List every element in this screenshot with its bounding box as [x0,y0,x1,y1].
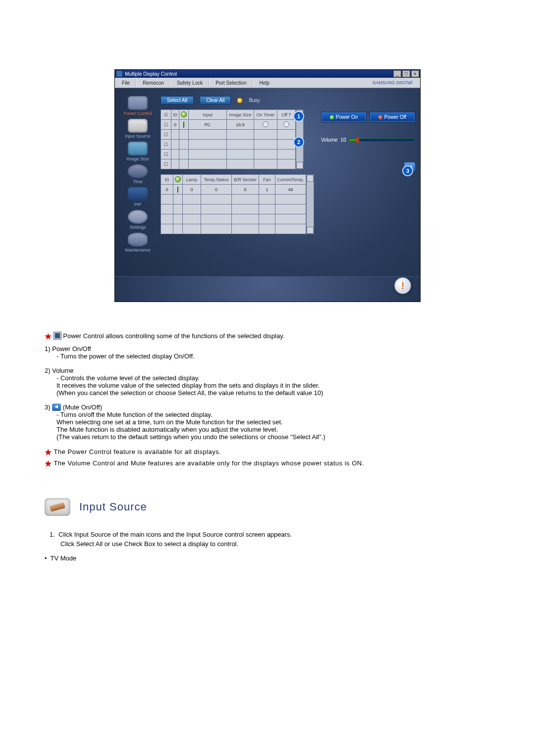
volume-handle[interactable] [356,138,359,143]
item2-c: (When you cancel the selection or choose… [56,389,490,397]
window-title: Multiple Display Control [125,71,392,77]
sidebar-label: Time [121,179,155,184]
document-body: ★ Power Control allows controlling some … [45,332,490,562]
item1-a: Turns the power of the selected display … [56,353,490,360]
menu-remocon[interactable]: Remocon [138,79,169,87]
star-icon: ★ [45,448,52,456]
volume-slider[interactable] [349,139,415,142]
note-2: ★ The Volume Control and Mute features a… [45,459,490,468]
star-icon: ★ [45,459,52,468]
s2-bullet: • TV Mode [45,554,490,562]
item3-b: When selecting one set at a time, turn o… [56,418,490,426]
s2-line: 1. Click Input Source of the main icons … [50,531,490,538]
callout-3: 3 [402,165,413,176]
busy-indicator-icon [237,98,243,103]
col-id: ID [161,175,173,185]
item2-a: Controls the volume level of the selecte… [56,374,490,382]
center-area: Select All Clear All Busy ☑ ID Input Ima… [160,88,420,276]
note2-text: The Volume Control and Mute features are… [54,459,364,467]
table-row[interactable] [161,204,306,214]
sidebar-label: Settings [121,225,155,230]
item-1: 1) Power On/Off Turns the power of the s… [45,345,490,360]
table-row[interactable] [161,214,306,224]
table-row[interactable]: ☐ [161,159,296,169]
info-icon[interactable]: ! [394,277,411,294]
input-source-icon [128,119,148,133]
table-row[interactable]: ☐ [161,140,296,150]
minimize-button[interactable]: _ [393,70,401,77]
sidebar-item-image-size[interactable]: Image Size [121,142,155,161]
sidebar-item-time[interactable]: Time [121,164,155,184]
table-row[interactable]: ☐ 0 PC 16:9 [161,120,296,130]
sidebar-item-maintenance[interactable]: Maintenance [121,233,155,252]
table-row[interactable] [161,195,306,204]
table-row[interactable]: ☐ [161,150,296,159]
cell-id: 0 [171,120,179,130]
section-title: Input Source [79,501,147,513]
power-on-button[interactable]: Power On [321,112,367,122]
close-button[interactable]: × [411,70,419,77]
col-fan: Fan [259,175,275,185]
power-control-small-icon [54,332,61,340]
star-icon: ★ [45,332,52,341]
intro-line: ★ Power Control allows controlling some … [45,332,490,341]
sidebar-item-power-control[interactable]: Power Control [121,96,155,116]
col-on-timer: On Timer [254,110,277,120]
sidebar-item-settings[interactable]: Settings [121,210,155,230]
menu-safety-lock[interactable]: Safety Lock [172,79,208,87]
cell-temp-status: 0 [201,185,232,195]
workspace: Power Control Input Source Image Size Ti… [115,88,420,276]
sidebar-item-pip[interactable]: PIP [121,187,155,207]
table-row[interactable]: 0 0 0 0 1 49 [161,185,306,195]
item3-title: (Mute On/Off) [63,403,102,411]
scroll-up-icon[interactable]: ▲ [307,175,314,182]
cell-lamp: 0 [183,185,201,195]
item-3: 3) (Mute On/Off) Turns on/off the Mute f… [45,403,490,441]
intro-text: Power Control allows controlling some of… [63,332,284,340]
menubar: File Remocon Safety Lock Port Selection … [115,78,420,88]
led-off-icon [378,115,382,119]
menu-file[interactable]: File [117,79,135,87]
pip-icon [128,187,148,201]
brand-label: SAMSUNG DIGITall [368,79,417,86]
status-strip: ! [115,276,420,302]
row-checkbox[interactable]: ☐ [161,120,171,130]
note-1: ★ The Power Control feature is available… [45,448,490,457]
cell-ontimer [254,120,277,130]
image-size-icon [128,142,148,155]
sidebar-label: Image Size [121,156,155,161]
col-temp-status: Temp.Status [201,175,232,185]
select-all-button[interactable]: Select All [160,96,194,104]
table-row[interactable] [161,224,306,234]
note1-text: The Power Control feature is available f… [54,448,221,455]
callout-2: 2 [293,137,304,148]
sidebar-label: PIP [121,202,155,207]
cell-offtimer [277,120,296,130]
item3-c: The Mute function is disabled automatica… [56,426,490,433]
scroll-down-icon[interactable]: ▼ [307,227,314,234]
cell-status [179,120,189,130]
mute-small-icon [52,403,61,411]
col-image-size: Image Size [227,110,254,120]
menu-help[interactable]: Help [254,79,274,87]
table-row[interactable]: ☐ [161,130,296,140]
power-on-label: Power On [336,114,358,120]
power-off-button[interactable]: Power Off [370,112,415,122]
menu-port-selection[interactable]: Port Selection [211,79,251,87]
busy-label: Busy [249,98,260,103]
table2-scrollbar[interactable]: ▲ ▼ [306,174,314,234]
sidebar-item-input-source[interactable]: Input Source [121,119,155,139]
col-status [173,175,183,185]
clear-all-button[interactable]: Clear All [200,96,231,104]
s2-1b: Click Select All or use Check Box to sel… [60,540,490,548]
maximize-button[interactable]: □ [402,70,410,77]
sidebar-label: Maintenance [121,248,155,252]
cell-status [173,185,183,195]
status-table: ID Lamp Temp.Status B/R Senser Fan Curre… [160,174,416,234]
volume-value: 10 [340,137,346,143]
maintenance-icon [128,233,148,247]
cell-size: 16:9 [227,120,254,130]
sidebar-label: Power Control [121,111,155,116]
scroll-down-icon[interactable]: ▼ [296,162,303,169]
item2-b: It receives the volume value of the sele… [56,382,490,389]
